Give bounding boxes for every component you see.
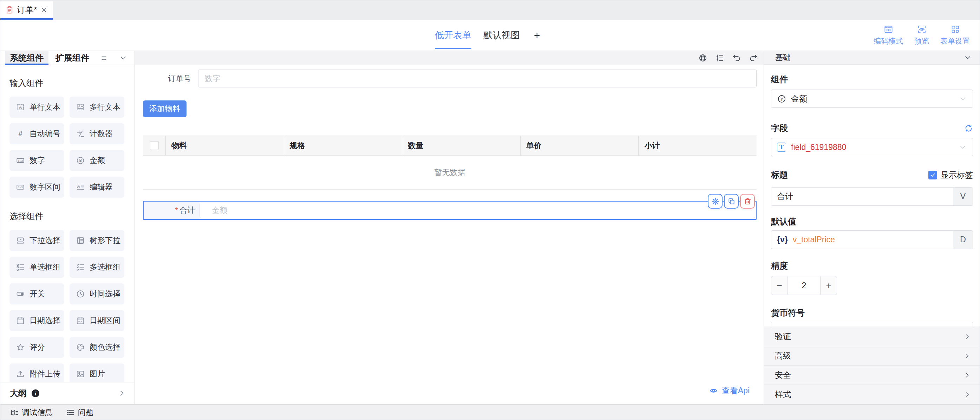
total-field-placeholder: 金额 — [212, 205, 227, 216]
field-select[interactable]: T field_61919880 — [771, 138, 973, 156]
input-components-heading: 输入组件 — [10, 78, 135, 89]
component-item-upload[interactable]: 附件上传 — [10, 363, 64, 382]
date-picker-icon — [16, 316, 25, 325]
order-no-input[interactable] — [198, 70, 757, 88]
component-list-layout-icon[interactable] — [100, 54, 108, 62]
language-globe-icon[interactable] — [698, 53, 708, 62]
default-value-input[interactable]: {v} v_totalPrice — [772, 231, 953, 249]
close-tab-icon[interactable] — [40, 6, 48, 14]
component-item-color-picker[interactable]: 颜色选择 — [70, 337, 124, 358]
svg-text:#: # — [18, 130, 22, 138]
component-item-checkbox-group[interactable]: 多选框组 — [70, 257, 124, 278]
component-item-image[interactable]: 图片 — [70, 363, 124, 382]
auto-number-icon: # — [16, 129, 25, 138]
precision-decrease-button[interactable]: − — [771, 276, 788, 295]
currency-symbol-input[interactable] — [771, 322, 973, 326]
tab-default-view[interactable]: 默认视图 — [483, 20, 520, 51]
chevron-down-icon — [964, 53, 972, 62]
issues-label: 问题 — [78, 407, 94, 418]
required-asterisk: * — [175, 206, 178, 215]
code-mode-button[interactable]: 编码模式 — [873, 25, 903, 46]
component-item-number-range[interactable]: 1~3 数字区间 — [10, 177, 64, 198]
field-settings-icon[interactable] — [715, 53, 724, 62]
show-label-checkbox[interactable] — [928, 171, 937, 180]
gear-icon — [711, 197, 719, 205]
amount-icon: ¥ — [777, 94, 786, 103]
panel-body: 组件 ¥ 金额 字段 T field_61919880 — [764, 65, 980, 326]
component-item-counter[interactable]: 计数器 — [70, 123, 124, 144]
component-item-date-range[interactable]: 日期区间 — [70, 310, 124, 331]
precision-value[interactable]: 2 — [788, 276, 820, 295]
precision-increase-button[interactable]: + — [820, 276, 837, 295]
component-item-auto-number[interactable]: # 自动编号 — [10, 123, 64, 144]
field-copy-button[interactable] — [724, 194, 739, 208]
preview-button[interactable]: 预览 — [914, 25, 929, 46]
view-actions: 编码模式 预览 表单设置 — [873, 20, 970, 51]
color-picker-icon — [76, 343, 85, 352]
chevron-right-icon — [963, 390, 971, 399]
title-input-group: V — [771, 187, 973, 206]
panel-section-validation[interactable]: 验证 — [764, 327, 980, 346]
show-label-text: 显示标签 — [941, 170, 973, 180]
component-item-tree-select[interactable]: 树形下拉 — [70, 230, 124, 251]
title-label-row: 标题 显示标签 — [771, 169, 973, 180]
field-delete-button[interactable] — [740, 194, 755, 208]
form-settings-button[interactable]: 表单设置 — [940, 25, 970, 46]
file-tab-order[interactable]: 订单* — [0, 2, 53, 20]
outline-toggle[interactable]: 大纲 i — [0, 382, 135, 404]
component-item-radio-group[interactable]: 单选框组 — [10, 257, 64, 278]
view-api-link[interactable]: 查看Api — [709, 385, 749, 396]
select-all-checkbox[interactable] — [150, 141, 159, 150]
component-item-date-picker[interactable]: 日期选择 — [10, 310, 64, 331]
component-item-switch[interactable]: 开关 — [10, 283, 64, 304]
redo-icon[interactable] — [749, 53, 758, 62]
component-item-single-line-text[interactable]: A 单行文本 — [10, 97, 64, 118]
component-item-dropdown[interactable]: 下拉选择 — [10, 230, 64, 251]
component-item-time-picker[interactable]: 时间选择 — [70, 283, 124, 304]
component-select-value: 金额 — [791, 94, 807, 104]
component-item-number[interactable]: 123 数字 — [10, 150, 64, 171]
view-tabs: 低开表单 默认视图 + — [435, 20, 540, 51]
title-variable-addon-button[interactable]: V — [953, 188, 973, 205]
component-item-multi-line-text[interactable]: A 多行文本 — [70, 97, 124, 118]
total-field-input[interactable]: 金额 — [199, 203, 755, 218]
debug-info-label: 调试信息 — [22, 407, 52, 418]
column-header-subtotal: 小计 — [638, 136, 757, 155]
component-sidebar: 系统组件 扩展组件 输入组件 A 单行文本 A — [0, 51, 135, 404]
refresh-icon[interactable] — [964, 124, 973, 133]
check-icon — [930, 172, 936, 178]
default-value-label: 默认值 — [771, 216, 973, 227]
component-select[interactable]: ¥ 金额 — [771, 89, 973, 108]
component-item-editor[interactable]: A 编辑器 — [70, 177, 124, 198]
order-no-field[interactable]: 订单号 — [143, 70, 757, 88]
undo-icon[interactable] — [732, 53, 741, 62]
total-field-label: 合计 — [180, 205, 195, 216]
panel-section-security[interactable]: 安全 — [764, 366, 980, 385]
component-item-rating[interactable]: 评分 — [10, 337, 64, 358]
dropdown-icon — [16, 236, 25, 245]
add-material-button[interactable]: 添加物料 — [143, 100, 186, 117]
tab-low-code-form[interactable]: 低开表单 — [435, 20, 471, 51]
default-value-addon-button[interactable]: D — [953, 231, 973, 249]
component-item-amount[interactable]: ¥ 金额 — [70, 150, 124, 171]
issues-button[interactable]: 问题 — [66, 407, 94, 418]
component-palette: 输入组件 A 单行文本 A 多行文本 # 自动编号 — [0, 65, 135, 382]
field-label: 字段 — [771, 123, 788, 134]
chevron-right-icon — [963, 371, 971, 379]
total-field-selected[interactable]: * 合计 金额 — [143, 201, 757, 220]
panel-section-basic[interactable]: 基础 — [764, 51, 980, 65]
radio-group-icon — [16, 262, 25, 272]
add-view-button[interactable]: + — [534, 30, 540, 41]
image-icon — [76, 369, 85, 379]
title-input[interactable] — [772, 188, 953, 205]
panel-section-style[interactable]: 样式 — [764, 385, 980, 404]
field-settings-button[interactable] — [708, 194, 722, 208]
chevron-right-icon — [963, 332, 971, 340]
tab-extension-components[interactable]: 扩展组件 — [51, 51, 94, 65]
sidebar-collapse-chevron-down-icon[interactable] — [119, 54, 127, 62]
debug-info-button[interactable]: 调试信息 — [10, 407, 52, 418]
panel-section-advanced[interactable]: 高级 — [764, 346, 980, 366]
canvas-toolbar — [135, 51, 764, 65]
file-tab-title: 订单* — [17, 4, 37, 16]
tab-system-components[interactable]: 系统组件 — [5, 51, 48, 65]
